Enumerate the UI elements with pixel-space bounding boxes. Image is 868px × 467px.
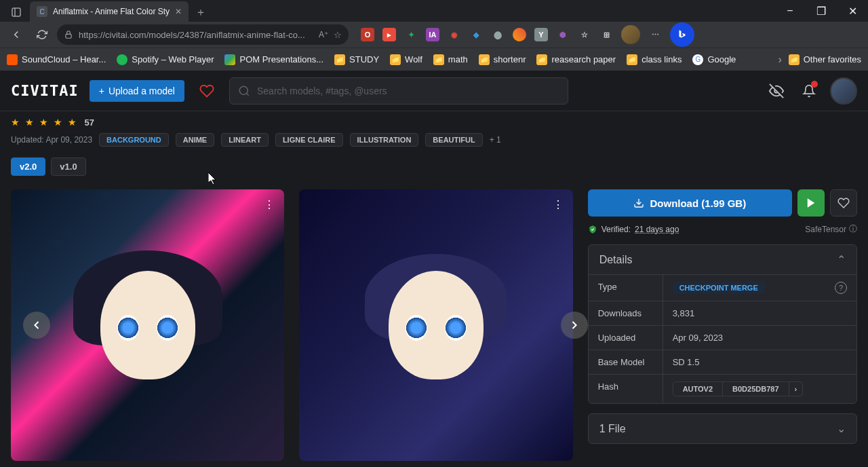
version-v2[interactable]: v2.0	[11, 157, 45, 176]
like-button[interactable]	[830, 189, 857, 217]
bookmark-research[interactable]: 📁reasearch paper	[536, 54, 616, 65]
page-content: ★ ★ ★ ★ ★ 57 Updated: Apr 09, 2023 BACKG…	[0, 117, 868, 461]
reader-icon[interactable]: A⁺	[319, 30, 328, 39]
hash-value[interactable]: B0D25DB787	[723, 382, 789, 396]
plus-icon: +	[99, 86, 104, 96]
upload-model-button[interactable]: + Upload a model	[90, 80, 184, 102]
ext-icon-7[interactable]: ⬤	[491, 28, 505, 41]
play-icon	[805, 197, 817, 209]
detail-hash-row: Hash AUTOV2 B0D25DB787 ›	[589, 374, 856, 403]
carousel-next-button[interactable]	[561, 312, 588, 339]
tab-title: Aniflatmix - Anime Flat Color Sty	[53, 7, 170, 16]
ext-icon-4[interactable]: IA	[426, 28, 439, 41]
details-panel: Details ⌃ Type CHECKPOINT MERGE ? Downlo…	[588, 244, 857, 404]
svg-rect-2	[66, 34, 71, 38]
bookmark-spotify[interactable]: Spotify – Web Player	[117, 54, 214, 65]
updated-date: Updated: Apr 09, 2023	[11, 135, 92, 145]
collections-icon[interactable]: ⊞	[599, 28, 613, 41]
basemodel-value: SD 1.5	[663, 350, 856, 374]
ext-icon-2[interactable]: ▸	[382, 28, 396, 41]
close-window-button[interactable]: ✕	[837, 0, 868, 22]
gallery-image-2[interactable]: ⋮	[299, 189, 572, 461]
user-avatar[interactable]	[830, 77, 857, 105]
profile-avatar-icon[interactable]	[621, 25, 640, 44]
ext-icon-6[interactable]: ◆	[469, 28, 483, 41]
favorites-heart-button[interactable]	[195, 79, 218, 102]
url-text: https://civitai.com/models/24387/aniflat…	[79, 30, 313, 40]
bookmark-shortenr[interactable]: 📁shortenr	[479, 54, 526, 65]
search-icon	[238, 85, 250, 97]
image-menu-icon[interactable]: ⋮	[261, 196, 277, 212]
tag-illustration[interactable]: ILLUSTRATION	[350, 133, 419, 147]
info-icon[interactable]: ?	[835, 282, 847, 294]
hash-expand-icon[interactable]: ›	[789, 382, 803, 396]
version-tabs: v2.0 v1.0	[11, 157, 857, 176]
ext-icon-3[interactable]: ✦	[404, 28, 418, 41]
bookmark-math[interactable]: 📁math	[433, 54, 468, 65]
gallery-image-1[interactable]: ⋮	[11, 189, 284, 461]
favorite-icon[interactable]: ☆	[334, 30, 342, 40]
more-tags[interactable]: + 1	[490, 135, 501, 145]
image-menu-icon[interactable]: ⋮	[550, 196, 566, 212]
tag-background[interactable]: BACKGROUND	[99, 133, 169, 147]
verified-date[interactable]: 21 days ago	[635, 225, 679, 234]
notifications-button[interactable]	[797, 79, 821, 102]
refresh-button[interactable]	[31, 24, 53, 45]
minimize-button[interactable]: −	[774, 0, 806, 22]
chevron-down-icon: ⌄	[837, 422, 846, 435]
site-header: CIVITAI + Upload a model	[0, 71, 868, 111]
hash-algo[interactable]: AUTOV2	[673, 382, 723, 396]
run-button[interactable]	[797, 189, 825, 217]
details-header[interactable]: Details ⌃	[589, 245, 856, 274]
bookmark-wolf[interactable]: 📁Wolf	[390, 54, 422, 65]
ext-icon-1[interactable]: O	[361, 28, 374, 41]
address-bar[interactable]: https://civitai.com/models/24387/aniflat…	[57, 24, 349, 45]
other-favorites[interactable]: 📁Other favorites	[789, 54, 861, 65]
downloads-value: 3,831	[663, 301, 856, 325]
verified-label: Verified:	[601, 225, 631, 234]
version-v1[interactable]: v1.0	[51, 157, 85, 176]
tag-beautiful[interactable]: BEAUTIFUL	[425, 133, 482, 147]
tag-lineart[interactable]: LINEART	[221, 133, 269, 147]
bookmark-class[interactable]: 📁class links	[627, 54, 682, 65]
eye-off-icon[interactable]	[765, 79, 788, 102]
anime-illustration	[375, 271, 497, 407]
bing-button[interactable]	[670, 22, 694, 47]
tag-ligne-claire[interactable]: LIGNE CLAIRE	[275, 133, 343, 147]
ext-icon-8[interactable]	[513, 28, 526, 41]
menu-icon[interactable]: ⋯	[648, 28, 662, 41]
tab-close-icon[interactable]: ✕	[175, 7, 182, 16]
safetensor-label: SafeTensor ⓘ	[805, 223, 857, 235]
uploaded-value: Apr 09, 2023	[663, 326, 856, 350]
bookmark-chevron-icon[interactable]: ›	[778, 54, 781, 66]
bookmark-study[interactable]: 📁STUDY	[334, 54, 379, 65]
browser-tab[interactable]: C Aniflatmix - Anime Flat Color Sty ✕	[30, 1, 189, 22]
files-panel: 1 File ⌄	[588, 413, 857, 444]
back-button[interactable]	[5, 24, 27, 45]
tag-anime[interactable]: ANIME	[176, 133, 214, 147]
type-badge: CHECKPOINT MERGE	[673, 282, 765, 294]
ext-icon-10[interactable]: ⬢	[556, 28, 570, 41]
files-header[interactable]: 1 File ⌄	[589, 414, 856, 443]
uploaded-label: Uploaded	[589, 326, 663, 350]
bookmark-soundcloud[interactable]: SoundCloud – Hear...	[7, 54, 106, 65]
search-box[interactable]	[229, 77, 568, 105]
download-button[interactable]: Download (1.99 GB)	[588, 189, 792, 217]
svg-point-3	[239, 86, 248, 94]
chevron-up-icon: ⌃	[837, 253, 846, 266]
tab-actions-icon[interactable]	[5, 3, 27, 22]
bookmark-pom[interactable]: POM Presentations...	[224, 54, 323, 65]
site-logo[interactable]: CIVITAI	[11, 82, 79, 99]
new-tab-button[interactable]: ＋	[191, 3, 210, 22]
model-tags-row: Updated: Apr 09, 2023 BACKGROUND ANIME L…	[11, 133, 857, 147]
favorites-icon[interactable]: ☆	[578, 28, 591, 41]
ext-icon-5[interactable]: ◉	[448, 28, 461, 41]
maximize-button[interactable]: ❐	[806, 0, 837, 22]
downloads-label: Downloads	[589, 301, 663, 325]
ext-icon-9[interactable]: Y	[534, 28, 548, 41]
window-controls: − ❐ ✕	[774, 0, 868, 22]
search-input[interactable]	[257, 86, 559, 96]
bookmark-google[interactable]: GGoogle	[692, 54, 736, 65]
info-icon[interactable]: ⓘ	[849, 223, 857, 235]
carousel-prev-button[interactable]	[23, 312, 50, 339]
